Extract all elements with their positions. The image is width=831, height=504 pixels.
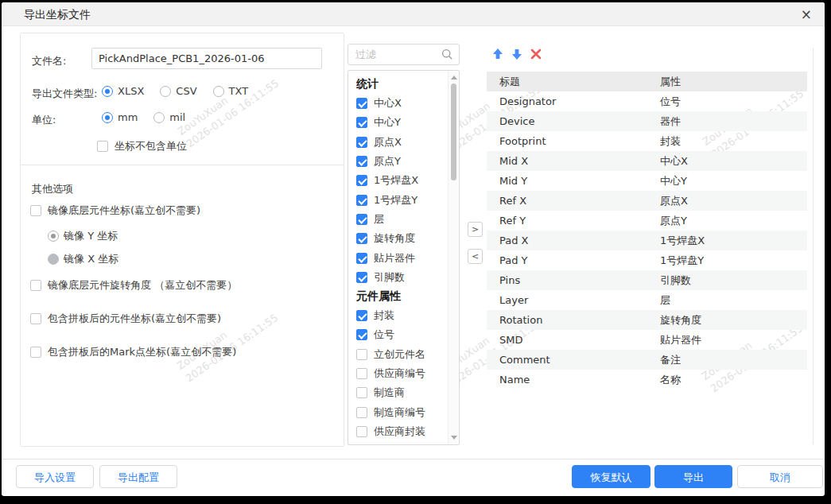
- checkbox-icon[interactable]: [30, 280, 41, 291]
- checkbox-icon[interactable]: [97, 141, 108, 152]
- table-row[interactable]: Pad X1号焊盘X: [487, 231, 807, 250]
- field-item[interactable]: 嘉立创库类别: [356, 441, 450, 445]
- checkbox-icon[interactable]: [356, 195, 367, 206]
- checkbox-icon[interactable]: [30, 205, 41, 216]
- checkbox-icon[interactable]: [356, 98, 367, 109]
- checkbox-icon[interactable]: [356, 368, 367, 379]
- scrollbar-thumb[interactable]: [451, 83, 456, 180]
- unit-label: 单位:: [32, 113, 56, 127]
- restore-default-button[interactable]: 恢复默认: [572, 465, 650, 488]
- scroll-up-icon[interactable]: [451, 76, 457, 79]
- checkbox-icon[interactable]: [356, 426, 367, 437]
- field-item[interactable]: 旋转角度: [356, 229, 450, 248]
- field-item[interactable]: 1号焊盘Y: [356, 190, 450, 209]
- checkbox-icon[interactable]: [356, 214, 367, 225]
- mirror-coords-label: 镜像底层元件坐标(嘉立创不需要): [48, 204, 200, 218]
- table-cell-title: Designator: [487, 91, 658, 111]
- filter-input[interactable]: [348, 45, 445, 64]
- field-item[interactable]: 供应商封装: [356, 422, 450, 441]
- field-item[interactable]: 层: [356, 210, 450, 229]
- field-item[interactable]: 立创元件名: [356, 345, 450, 364]
- table-row[interactable]: Ref X原点X: [487, 191, 807, 211]
- scrollbar[interactable]: [448, 72, 458, 444]
- table-row[interactable]: Designator位号: [487, 91, 807, 111]
- file-type-radio-csv[interactable]: CSV: [160, 85, 196, 97]
- checkbox-icon[interactable]: [356, 272, 367, 283]
- field-item[interactable]: 贴片器件: [356, 248, 450, 267]
- scroll-down-icon[interactable]: [451, 436, 457, 440]
- field-item[interactable]: 封装: [356, 306, 450, 325]
- mirror-rotation-checkbox-row[interactable]: 镜像底层元件旋转角度 （嘉立创不需要）: [30, 278, 237, 293]
- table-row[interactable]: SMD贴片器件: [487, 330, 807, 350]
- file-type-label: 导出文件类型:: [32, 87, 97, 101]
- unit-radio-mm[interactable]: mm: [102, 111, 138, 123]
- table-row[interactable]: Mid Y中心Y: [487, 171, 807, 191]
- checkbox-icon[interactable]: [356, 117, 367, 128]
- close-icon[interactable]: ×: [801, 2, 812, 26]
- dialog-titlebar: 导出坐标文件 ×: [2, 2, 825, 26]
- table-header-row: 标题属性: [487, 72, 807, 91]
- field-item[interactable]: 1号焊盘X: [356, 171, 450, 190]
- mirror-y-radio[interactable]: 镜像 Y 坐标: [48, 229, 118, 243]
- table-cell-title: Layer: [487, 290, 658, 310]
- export-button[interactable]: 导出: [654, 465, 732, 488]
- field-item[interactable]: 供应商编号: [356, 364, 450, 383]
- field-item[interactable]: 原点Y: [356, 152, 450, 171]
- move-up-icon[interactable]: [491, 48, 504, 60]
- field-item-label: 立创元件名: [374, 347, 425, 362]
- checkbox-icon[interactable]: [356, 349, 367, 360]
- move-left-button[interactable]: <: [468, 249, 483, 264]
- checkbox-icon[interactable]: [356, 233, 367, 244]
- table-row[interactable]: Layer层: [487, 290, 807, 310]
- field-item[interactable]: 中心Y: [356, 113, 450, 132]
- table-row[interactable]: Mid X中心X: [487, 151, 807, 171]
- table-row[interactable]: Footprint封装: [487, 131, 807, 151]
- move-right-button[interactable]: >: [468, 222, 483, 237]
- import-settings-button[interactable]: 导入设置: [16, 465, 94, 488]
- file-type-radio-xlsx[interactable]: XLSX: [102, 85, 144, 97]
- field-item[interactable]: 引脚数: [356, 268, 450, 287]
- checkbox-icon[interactable]: [356, 156, 367, 167]
- cancel-button[interactable]: 取消: [737, 465, 823, 488]
- mirror-x-radio[interactable]: 镜像 X 坐标: [48, 252, 118, 266]
- table-cell-attr: 贴片器件: [658, 330, 807, 350]
- table-cell-title: Name: [487, 370, 658, 390]
- export-config-button[interactable]: 导出配置: [99, 465, 177, 488]
- table-row[interactable]: Rotation旋转角度: [487, 310, 807, 330]
- delete-icon[interactable]: [530, 48, 542, 60]
- checkbox-icon[interactable]: [356, 310, 367, 321]
- file-type-radio-txt[interactable]: TXT: [213, 85, 249, 97]
- table-row[interactable]: Device器件: [487, 111, 807, 131]
- checkbox-icon[interactable]: [30, 347, 41, 358]
- move-down-icon[interactable]: [511, 48, 523, 60]
- section-divider: [21, 165, 344, 165]
- checkbox-icon[interactable]: [356, 329, 367, 340]
- checkbox-icon[interactable]: [30, 313, 41, 324]
- panelized-mark-label: 包含拼板后的Mark点坐标(嘉立创不需要): [48, 345, 236, 359]
- field-item[interactable]: 制造商编号: [356, 402, 450, 421]
- field-item[interactable]: 原点X: [356, 133, 450, 152]
- search-icon: [441, 48, 453, 60]
- no-unit-checkbox-row[interactable]: 坐标不包含单位: [97, 139, 187, 153]
- table-row[interactable]: Comment备注: [487, 350, 807, 370]
- field-item[interactable]: 位号: [356, 325, 450, 344]
- table-cell-attr: 旋转角度: [658, 310, 807, 330]
- table-row[interactable]: Ref Y原点Y: [487, 211, 807, 231]
- file-name-input[interactable]: [91, 48, 322, 69]
- table-row[interactable]: Name名称: [487, 370, 807, 390]
- unit-radio-mil[interactable]: mil: [153, 111, 185, 123]
- table-cell-title: Comment: [487, 350, 658, 370]
- checkbox-icon[interactable]: [356, 175, 367, 186]
- table-row[interactable]: Pins引脚数: [487, 270, 807, 290]
- panelized-mark-checkbox-row[interactable]: 包含拼板后的Mark点坐标(嘉立创不需要): [30, 345, 236, 359]
- checkbox-icon[interactable]: [356, 253, 367, 264]
- checkbox-icon[interactable]: [356, 137, 367, 148]
- panelized-coords-checkbox-row[interactable]: 包含拼板后的元件坐标(嘉立创不需要): [30, 312, 221, 326]
- table-row[interactable]: Pad Y1号焊盘Y: [487, 250, 807, 270]
- field-item-label: 引脚数: [374, 270, 405, 285]
- checkbox-icon[interactable]: [356, 407, 367, 418]
- field-item[interactable]: 中心X: [356, 94, 450, 113]
- field-item[interactable]: 制造商: [356, 383, 450, 402]
- mirror-coords-checkbox-row[interactable]: 镜像底层元件坐标(嘉立创不需要): [30, 204, 200, 218]
- checkbox-icon[interactable]: [356, 387, 367, 398]
